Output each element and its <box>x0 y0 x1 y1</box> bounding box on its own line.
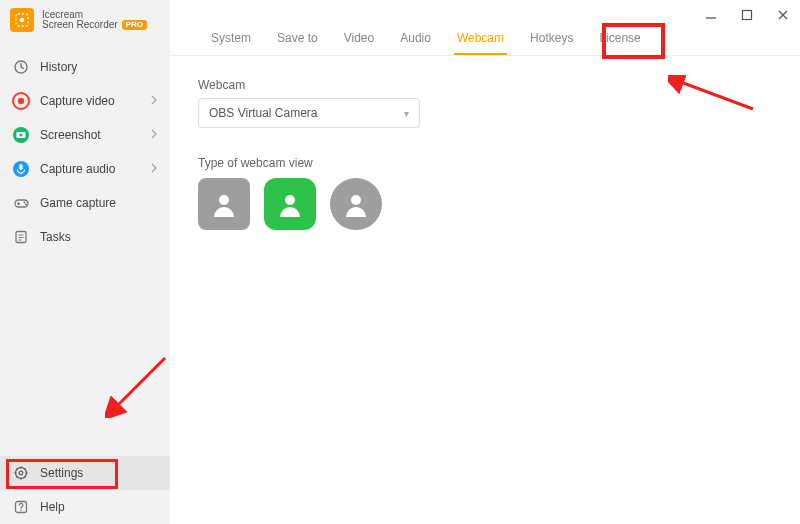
tasks-icon <box>12 228 30 246</box>
sidebar-item-history[interactable]: History <box>0 50 170 84</box>
view-option-square[interactable] <box>198 178 250 230</box>
svg-point-20 <box>285 195 295 205</box>
sidebar-item-capture-audio[interactable]: Capture audio <box>0 152 170 186</box>
brand: Icecream Screen Recorder PRO <box>0 0 170 40</box>
camera-icon <box>12 126 30 144</box>
chevron-down-icon: ▾ <box>404 108 409 119</box>
tab-webcam[interactable]: Webcam <box>444 31 517 55</box>
gear-icon <box>12 464 30 482</box>
view-option-circle[interactable] <box>330 178 382 230</box>
sidebar-item-label: Capture video <box>40 94 115 108</box>
history-icon <box>12 58 30 76</box>
tab-video[interactable]: Video <box>331 31 387 55</box>
chevron-right-icon <box>150 162 158 176</box>
svg-point-17 <box>20 510 21 511</box>
svg-point-4 <box>18 98 24 104</box>
svg-point-21 <box>351 195 361 205</box>
help-icon <box>12 498 30 516</box>
minimize-button[interactable] <box>704 8 718 22</box>
sidebar-item-help[interactable]: Help <box>0 490 170 524</box>
svg-point-15 <box>19 471 23 475</box>
brand-line2: Screen Recorder <box>42 20 118 31</box>
sidebar-item-label: Game capture <box>40 196 116 210</box>
chevron-right-icon <box>150 128 158 142</box>
main-panel: System Save to Video Audio Webcam Hotkey… <box>170 0 800 524</box>
svg-rect-18 <box>743 11 752 20</box>
tab-hotkeys[interactable]: Hotkeys <box>517 31 586 55</box>
brand-logo-icon <box>10 8 34 32</box>
mic-icon <box>12 160 30 178</box>
webcam-select[interactable]: OBS Virtual Camera ▾ <box>198 98 420 128</box>
target-icon <box>12 92 30 110</box>
svg-point-19 <box>219 195 229 205</box>
sidebar-item-label: History <box>40 60 77 74</box>
sidebar: Icecream Screen Recorder PRO History Cap… <box>0 0 170 524</box>
view-type-label: Type of webcam view <box>198 156 800 170</box>
svg-rect-9 <box>19 164 22 170</box>
svg-rect-10 <box>15 200 28 207</box>
sidebar-item-label: Tasks <box>40 230 71 244</box>
sidebar-item-settings[interactable]: Settings <box>0 456 170 490</box>
svg-point-12 <box>25 203 27 205</box>
svg-point-11 <box>23 201 25 203</box>
sidebar-item-capture-video[interactable]: Capture video <box>0 84 170 118</box>
chevron-right-icon <box>150 94 158 108</box>
sidebar-item-tasks[interactable]: Tasks <box>0 220 170 254</box>
sidebar-item-label: Settings <box>40 466 83 480</box>
pro-badge: PRO <box>122 20 147 30</box>
sidebar-item-game-capture[interactable]: Game capture <box>0 186 170 220</box>
tab-license[interactable]: License <box>586 31 653 55</box>
gamepad-icon <box>12 194 30 212</box>
svg-point-7 <box>19 133 22 136</box>
tab-system[interactable]: System <box>198 31 264 55</box>
tab-audio[interactable]: Audio <box>387 31 444 55</box>
sidebar-bottom: Settings Help <box>0 456 170 524</box>
close-button[interactable] <box>776 8 790 22</box>
window-controls <box>704 8 790 22</box>
tab-save-to[interactable]: Save to <box>264 31 331 55</box>
sidebar-item-label: Help <box>40 500 65 514</box>
svg-point-1 <box>20 18 24 22</box>
sidebar-item-label: Screenshot <box>40 128 101 142</box>
sidebar-item-screenshot[interactable]: Screenshot <box>0 118 170 152</box>
view-option-rounded[interactable] <box>264 178 316 230</box>
webcam-label: Webcam <box>198 78 800 92</box>
maximize-button[interactable] <box>740 8 754 22</box>
tab-content: Webcam OBS Virtual Camera ▾ Type of webc… <box>170 56 800 230</box>
sidebar-item-label: Capture audio <box>40 162 115 176</box>
sidebar-nav: History Capture video Screenshot <box>0 50 170 254</box>
webcam-select-value: OBS Virtual Camera <box>209 106 318 120</box>
